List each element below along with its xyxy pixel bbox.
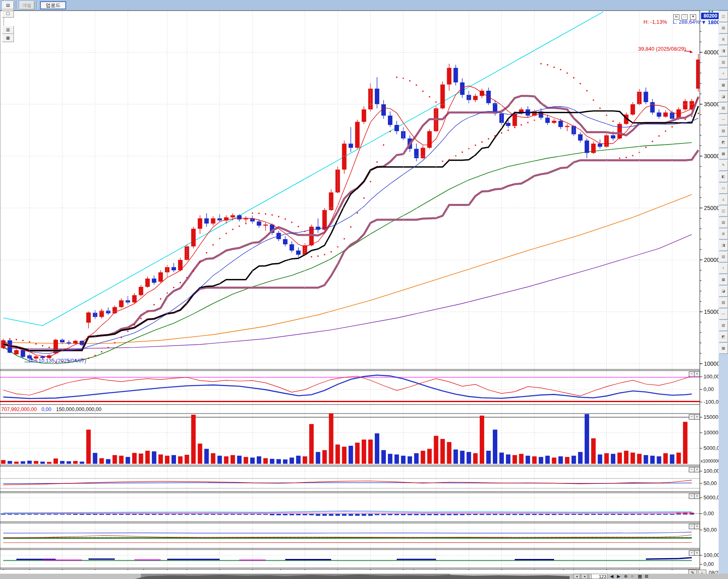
panel-3-close-button[interactable]: ×: [694, 467, 700, 472]
status-icon-3[interactable]: ○: [631, 574, 634, 579]
volume-value-black: 150,000,000,000,00: [56, 407, 101, 412]
side-tool-button-23[interactable]: ▦: [719, 275, 728, 285]
side-tool-button-16[interactable]: ±: [719, 194, 728, 205]
side-tool-button-24[interactable]: ◪: [719, 286, 728, 297]
side-tool-button-15[interactable]: ▭: [719, 183, 728, 194]
svg-text:100,00: 100,00: [704, 552, 720, 558]
side-tool-button-1[interactable]: ▤: [719, 23, 728, 34]
panel-6-close-button[interactable]: ×: [694, 550, 700, 556]
high-annotation: 39,840 (2025/08/29): [638, 46, 686, 52]
price-change-label: ▼ 1800: [701, 19, 720, 25]
side-tool-button-20[interactable]: ◨: [719, 240, 728, 251]
panel-4-close-button[interactable]: ×: [694, 494, 700, 499]
svg-text:100,00: 100,00: [704, 373, 720, 380]
side-tool-button-12[interactable]: ▩: [719, 149, 728, 159]
side-tool-button-17[interactable]: ◫: [719, 206, 728, 217]
svg-text:40000: 40000: [704, 49, 720, 56]
top-toolbar: ▆▄▆▂▅▇⇅▤▢▥▦ 개별 업로드: [0, 0, 728, 11]
side-tool-button-5[interactable]: +: [719, 69, 728, 79]
side-tool-button-27[interactable]: ▨: [719, 320, 728, 331]
svg-text:30000: 30000: [704, 153, 720, 159]
svg-text:25000: 25000: [704, 205, 720, 211]
side-tool-button-28[interactable]: ◩: [719, 332, 728, 342]
side-tool-button-14[interactable]: ◧: [719, 172, 728, 182]
status-icon-4[interactable]: ▦: [638, 574, 642, 579]
side-tool-button-26[interactable]: —: [719, 309, 728, 320]
svg-text:50,00: 50,00: [704, 527, 717, 533]
panel-2-minimize-button[interactable]: −: [689, 414, 695, 420]
panel-3-minimize-button[interactable]: −: [689, 467, 695, 472]
side-tool-button-4[interactable]: ▥: [719, 57, 728, 68]
side-tool-button-21[interactable]: ▥: [719, 252, 728, 262]
gebyeol-button[interactable]: 개별: [20, 1, 34, 9]
volume-header: 707,992,000,00 0,00 150,000,000,000,00: [1, 407, 101, 412]
status-icon-0[interactable]: ◀: [610, 574, 613, 579]
upload-button[interactable]: 업로드: [40, 1, 66, 9]
bottom-scrollbar[interactable]: ◂◂▸ 123 ◀▶⊕○▦⊠: [0, 574, 728, 579]
side-tool-button-9[interactable]: —: [719, 114, 728, 125]
current-price-marker: ▲▲ 80200 ▼ 1800: [701, 10, 720, 25]
svg-text:0,00: 0,00: [704, 561, 714, 567]
panel-1-minimize-button[interactable]: −: [689, 371, 695, 377]
status-icon-5[interactable]: ⊠: [645, 574, 648, 579]
svg-text:20000: 20000: [704, 257, 720, 263]
volume-value-red: 707,992,000,00: [1, 407, 37, 412]
status-icon-1[interactable]: ▶: [617, 574, 620, 579]
side-tool-button-13[interactable]: ✎: [719, 160, 728, 171]
high-pct-label: H: -1,13%: [643, 19, 667, 25]
low-pct-label: L: 288,64%: [673, 19, 700, 25]
svg-text:0,00: 0,00: [704, 386, 714, 392]
status-icon-2[interactable]: ⊕: [624, 574, 628, 579]
scroll-step-button-0[interactable]: ◂: [573, 574, 580, 579]
svg-text:0,00: 0,00: [704, 510, 714, 516]
svg-text:15000: 15000: [704, 309, 720, 315]
side-tool-button-2[interactable]: ≣: [719, 34, 728, 45]
side-tool-button-11[interactable]: ◩: [719, 137, 728, 148]
panel-5-minimize-button[interactable]: −: [689, 524, 695, 529]
trading-chart-window: ▆▄▆▂▅▇⇅▤▢▥▦ 개별 업로드 100,000,00-100,001500…: [0, 0, 728, 579]
panel-4-minimize-button[interactable]: −: [689, 494, 695, 499]
side-tool-button-25[interactable]: ▧: [719, 297, 728, 308]
svg-text:35000: 35000: [704, 101, 720, 107]
up-arrows-icon: ▲▲: [701, 10, 720, 13]
price-box-value: 80200: [701, 13, 720, 19]
low-annotation: 10,135 (2025/04/07): [38, 358, 86, 364]
scroll-step-button-1[interactable]: ◂: [581, 574, 588, 579]
bar-count-input[interactable]: 123: [591, 574, 608, 579]
panel-6-minimize-button[interactable]: −: [689, 550, 695, 556]
panel-1-close-button[interactable]: ×: [694, 371, 700, 377]
side-tool-button-18[interactable]: ▤: [719, 217, 728, 228]
svg-text:50,00: 50,00: [704, 480, 717, 486]
side-tool-button-7[interactable]: ◪: [719, 92, 728, 102]
side-tool-button-3[interactable]: ◨: [719, 46, 728, 56]
side-tool-button-19[interactable]: ≣: [719, 229, 728, 239]
side-tool-button-22[interactable]: +: [719, 263, 728, 274]
side-tool-button-10[interactable]: ▨: [719, 126, 728, 136]
side-tool-button-0[interactable]: ◫: [719, 11, 728, 22]
chart-canvas[interactable]: 100,000,00-100,0015000,0010000,005000,00…: [0, 11, 728, 570]
volume-value-blue: 0,00: [41, 407, 51, 412]
panel-5-close-button[interactable]: ×: [694, 524, 700, 529]
toolbar-separator: [16, 1, 18, 9]
side-tool-button-8[interactable]: ▧: [719, 103, 728, 114]
high-low-readout: H: -1,13%L: 288,64%: [643, 18, 700, 25]
svg-text:10000: 10000: [704, 360, 720, 367]
side-tool-button-29[interactable]: ▩: [719, 343, 728, 354]
doc-d-icon[interactable]: ▤: [2, 1, 14, 9]
right-toolbar: ◫▤≣◨▥+▦◪▧—▨◩▩✎◧▭±◫▤≣◨▥+▦◪▧—▨◩▩: [719, 11, 728, 574]
svg-text:100,00: 100,00: [704, 468, 720, 474]
panel-2-close-button[interactable]: ×: [694, 414, 700, 420]
side-tool-button-6[interactable]: ▦: [719, 80, 728, 91]
toolbar-separator: [36, 1, 38, 9]
